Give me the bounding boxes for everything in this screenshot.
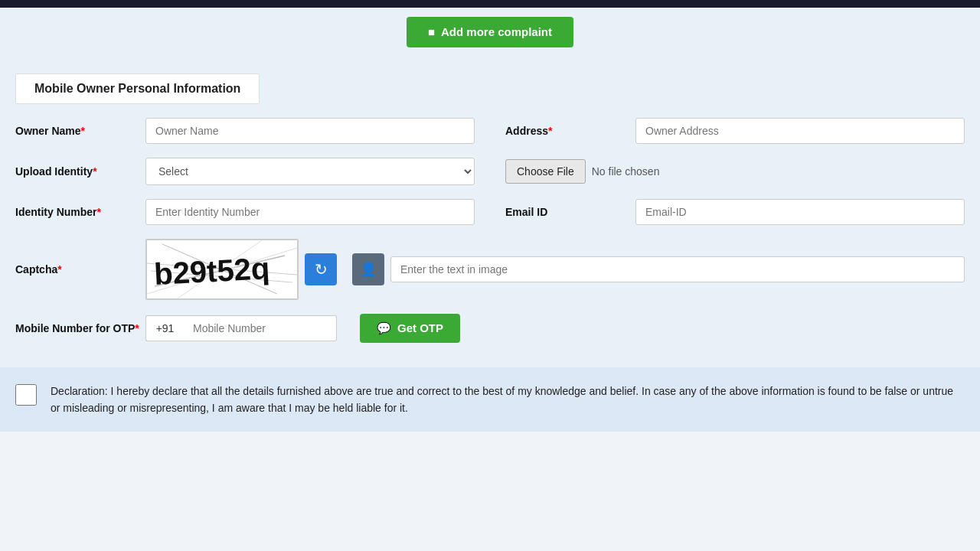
- top-bar: [0, 0, 980, 8]
- mobile-label: Mobile Number for OTP*: [15, 322, 145, 334]
- captcha-image: b29t52q: [145, 239, 299, 300]
- address-label: Address*: [505, 125, 635, 137]
- upload-identity-label: Upload Identity*: [15, 165, 145, 178]
- person-icon-button[interactable]: 👤: [352, 253, 384, 285]
- choose-file-button[interactable]: Choose File: [505, 159, 586, 184]
- get-otp-icon: 💬: [377, 321, 391, 335]
- get-otp-button[interactable]: 💬 Get OTP: [360, 314, 460, 343]
- captcha-row: Captcha* b29t52q ↻ 👤: [15, 239, 965, 300]
- mobile-input-group: +91: [145, 315, 337, 341]
- file-chooser-group: Choose File No file chosen: [505, 159, 965, 184]
- identity-number-group: Identity Number*: [15, 199, 475, 225]
- no-file-text: No file chosen: [592, 165, 660, 178]
- captcha-text-input[interactable]: [390, 256, 965, 282]
- add-complaint-area: ■ Add more complaint: [0, 8, 980, 61]
- captcha-refresh-button[interactable]: ↻: [305, 253, 337, 285]
- captcha-label: Captcha*: [15, 263, 145, 276]
- owner-name-group: Owner Name*: [15, 118, 475, 144]
- mobile-otp-row: Mobile Number for OTP* +91 💬 Get OTP: [15, 314, 965, 343]
- person-icon: 👤: [360, 261, 377, 278]
- section-title-row: Mobile Owner Personal Information: [15, 73, 965, 104]
- add-complaint-icon: ■: [428, 24, 435, 40]
- upload-identity-select[interactable]: Select Aadhar Card PAN Card Passport Vot…: [145, 158, 475, 185]
- get-otp-label: Get OTP: [397, 321, 443, 334]
- address-input[interactable]: [635, 118, 965, 144]
- identity-number-label: Identity Number*: [15, 206, 145, 218]
- refresh-icon: ↻: [315, 260, 328, 279]
- owner-name-input[interactable]: [145, 118, 475, 144]
- mobile-prefix: +91: [145, 315, 184, 341]
- declaration-section: Declaration: I hereby declare that all t…: [0, 367, 980, 432]
- identity-number-input[interactable]: [145, 199, 475, 225]
- email-id-input[interactable]: [635, 199, 965, 225]
- add-complaint-button[interactable]: ■ Add more complaint: [407, 17, 573, 47]
- declaration-text: Declaration: I hereby declare that all t…: [51, 383, 965, 417]
- upload-identity-row: Upload Identity* Select Aadhar Card PAN …: [15, 158, 965, 185]
- add-complaint-label: Add more complaint: [441, 24, 552, 40]
- identity-email-row: Identity Number* Email ID: [15, 199, 965, 225]
- svg-text:b29t52q: b29t52q: [153, 251, 270, 291]
- email-id-label: Email ID: [505, 206, 635, 218]
- form-section: Mobile Owner Personal Information Owner …: [0, 61, 980, 367]
- section-header: Mobile Owner Personal Information: [15, 73, 260, 104]
- file-row: Choose File No file chosen: [505, 159, 659, 184]
- captcha-svg: b29t52q: [147, 240, 297, 298]
- email-group: Email ID: [505, 199, 965, 225]
- owner-address-row: Owner Name* Address*: [15, 118, 965, 144]
- mobile-number-input[interactable]: [184, 315, 337, 341]
- owner-name-label: Owner Name*: [15, 125, 145, 137]
- address-group: Address*: [505, 118, 965, 144]
- section-title: Mobile Owner Personal Information: [34, 82, 240, 95]
- upload-identity-group: Upload Identity* Select Aadhar Card PAN …: [15, 158, 475, 185]
- declaration-checkbox[interactable]: [15, 384, 37, 406]
